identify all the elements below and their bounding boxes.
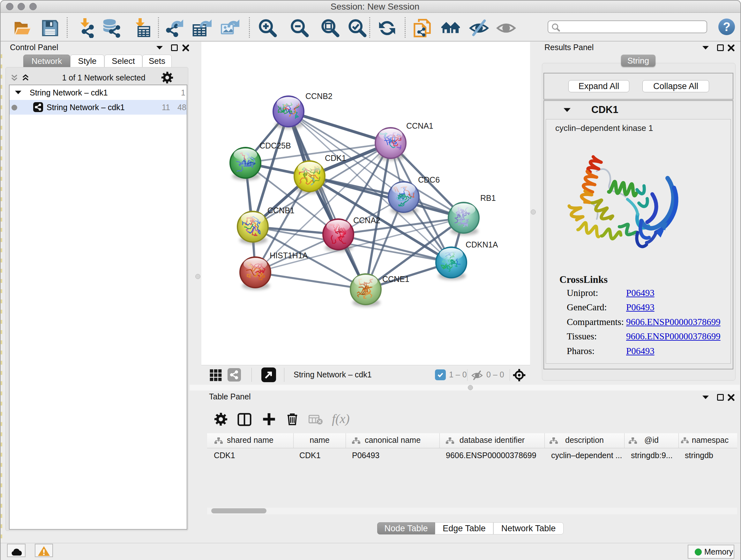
svg-text:CCNA1: CCNA1 <box>406 121 433 130</box>
svg-text:CDK1: CDK1 <box>325 153 346 163</box>
svg-text:RB1: RB1 <box>480 193 496 202</box>
svg-text:HIST1H1A: HIST1H1A <box>270 251 308 260</box>
svg-text:CCNE1: CCNE1 <box>382 274 409 284</box>
svg-text:CCNB1: CCNB1 <box>267 206 294 215</box>
svg-text:CDC25B: CDC25B <box>259 141 291 150</box>
svg-text:CDC6: CDC6 <box>418 175 440 184</box>
svg-text:CCNA2: CCNA2 <box>353 216 381 225</box>
svg-text:CDKN1A: CDKN1A <box>466 240 498 249</box>
svg-text:CCNB2: CCNB2 <box>306 91 333 101</box>
